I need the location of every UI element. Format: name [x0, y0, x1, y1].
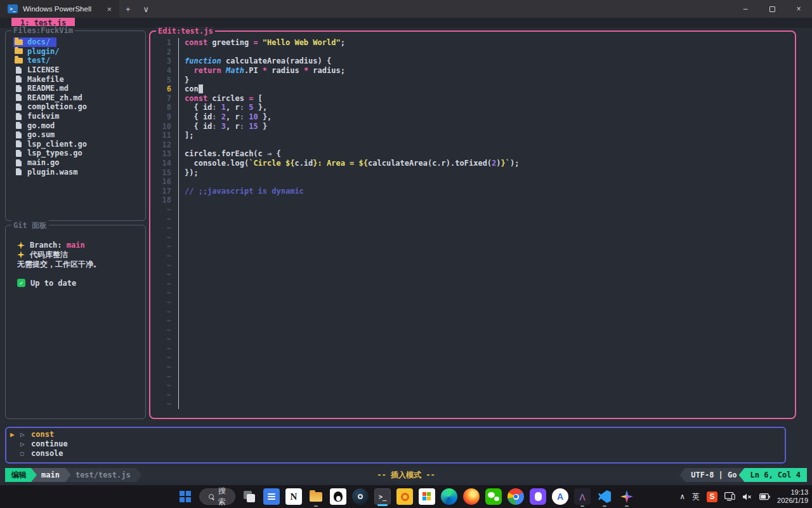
line-number: 3	[150, 57, 171, 65]
kimi-icon[interactable]	[530, 488, 546, 505]
empty-line: ~	[150, 353, 795, 363]
lambda-icon[interactable]: Λ	[574, 488, 591, 505]
new-tab-button[interactable]: +	[119, 4, 137, 14]
close-button[interactable]: ×	[785, 0, 812, 18]
empty-line: ~	[150, 251, 795, 261]
cursor-position-segment: Ln 6, Col 4	[739, 468, 807, 482]
tray-time: 19:13	[777, 488, 808, 497]
chrome-icon[interactable]	[508, 488, 524, 505]
gutter-separator	[178, 140, 179, 150]
file-item[interactable]: Makefile	[6, 74, 145, 84]
file-item[interactable]: LICENSE	[6, 65, 145, 75]
file-name: plugin/	[27, 47, 60, 56]
check-icon: ✓	[17, 279, 25, 287]
vscode-icon[interactable]	[596, 488, 613, 505]
code-line: 15});	[150, 168, 795, 177]
file-item[interactable]: lsp_client.go	[6, 140, 145, 149]
line-number: 18	[150, 196, 171, 204]
terminal-icon[interactable]: >_	[374, 488, 391, 505]
minimize-button[interactable]: –	[732, 0, 759, 18]
code-area[interactable]: 1const greeting = "Hello Web World";23fu…	[150, 38, 795, 409]
line-number: 10	[150, 122, 171, 131]
task-view-icon[interactable]	[241, 488, 258, 505]
tab-windows-powershell[interactable]: >_ Windows PowerShell ×	[0, 0, 119, 18]
file-name: README_zh.md	[27, 93, 82, 102]
taskbar-search[interactable]: 搜索	[199, 488, 235, 505]
editor-panel: Edit:test.js 1const greeting = "Hello We…	[149, 30, 796, 419]
file-icon	[16, 94, 22, 101]
file-item[interactable]: test/	[6, 56, 145, 65]
completion-item[interactable]: ▷continue	[10, 439, 781, 449]
ms-store-icon[interactable]	[419, 488, 435, 505]
sogou-input-icon[interactable]: S	[707, 491, 717, 502]
completion-item[interactable]: □console	[10, 449, 781, 458]
file-item[interactable]: go.sum	[6, 130, 145, 140]
tray-chevron-icon[interactable]: ∧	[679, 492, 685, 501]
git-panel-title: Git 面板	[11, 220, 49, 231]
file-icon	[16, 140, 22, 147]
restore-icon	[769, 6, 775, 12]
file-name: lsp_types.go	[27, 149, 82, 157]
line-number: 2	[150, 48, 171, 57]
file-item[interactable]: main.go	[6, 158, 145, 168]
wechat-icon[interactable]	[485, 488, 502, 505]
file-name: fuckvim	[27, 112, 60, 121]
potplayer-icon[interactable]	[396, 488, 413, 505]
notion-icon[interactable]: N	[285, 488, 302, 505]
file-item[interactable]: completion.go	[6, 102, 145, 112]
volume-muted-icon[interactable]	[742, 493, 752, 501]
file-icon	[16, 76, 22, 83]
folder-icon	[15, 48, 23, 54]
explorer-icon[interactable]	[308, 488, 324, 505]
clock[interactable]: 19:13 2026/1/19	[777, 488, 808, 505]
completion-label: const	[31, 430, 54, 439]
code-line: 6con	[150, 84, 795, 94]
qq-icon[interactable]	[330, 488, 346, 505]
edge-icon[interactable]	[441, 488, 457, 505]
code-line: 12	[150, 140, 795, 150]
arc-icon[interactable]: A	[552, 488, 568, 505]
file-item[interactable]: docs/	[6, 37, 145, 47]
empty-line: ~	[150, 316, 795, 326]
titlebar: >_ Windows PowerShell × + ∨ – ×	[0, 0, 812, 18]
file-item[interactable]: plugin.wasm	[6, 167, 145, 177]
file-item[interactable]: fuckvim	[6, 112, 145, 121]
empty-line: ~	[150, 307, 795, 316]
code-line: 8 { id: 1, r: 5 },	[150, 103, 795, 112]
empty-line: ~	[150, 205, 795, 215]
code-text: con	[179, 84, 203, 93]
file-item[interactable]: README.md	[6, 84, 145, 93]
git-panel-body: Branch: main 代码库整洁 无需提交，工作区干净。 ✓ Up to d…	[17, 241, 101, 288]
code-line: 14 console.log(`Circle ${c.id}: Area = $…	[150, 159, 795, 168]
code-line: 10 { id: 3, r: 15 }	[150, 121, 795, 131]
line-number: 6	[150, 84, 171, 93]
file-item[interactable]: lsp_types.go	[6, 149, 145, 158]
start-button[interactable]	[177, 488, 193, 505]
file-name: LICENSE	[27, 65, 60, 74]
file-item[interactable]: plugin/	[6, 47, 145, 57]
file-icon	[16, 159, 22, 166]
spacer	[17, 269, 101, 278]
steam-icon[interactable]	[352, 488, 369, 505]
gemini-icon[interactable]	[619, 488, 635, 505]
file-item[interactable]: README_zh.md	[6, 93, 145, 103]
tab-close-icon[interactable]: ×	[104, 4, 114, 14]
file-item[interactable]: go.mod	[6, 121, 145, 130]
firefox-icon[interactable]	[463, 488, 480, 505]
restore-button[interactable]	[759, 0, 785, 18]
display-cast-icon[interactable]	[724, 492, 735, 502]
battery-icon[interactable]	[759, 493, 770, 500]
file-name: go.mod	[27, 121, 55, 130]
file-list: docs/plugin/test/LICENSEMakefileREADME.m…	[6, 37, 145, 177]
tab-dropdown-icon[interactable]: ∨	[137, 4, 156, 14]
ime-language-indicator[interactable]: 英	[692, 491, 700, 502]
code-text: { id: 2, r: 10 },	[179, 112, 272, 121]
empty-line: ~	[150, 371, 795, 381]
powershell-icon: >_	[8, 4, 18, 13]
taskbar: 搜索 N>_AΛ ∧ 英 S 19:13 2026/1/19	[0, 485, 812, 508]
docs-blue-icon[interactable]	[263, 488, 280, 505]
code-text: });	[179, 168, 199, 177]
file-name: completion.go	[27, 102, 87, 111]
window-controls: – ×	[732, 0, 812, 18]
completion-item[interactable]: ▶▷const	[10, 430, 781, 439]
